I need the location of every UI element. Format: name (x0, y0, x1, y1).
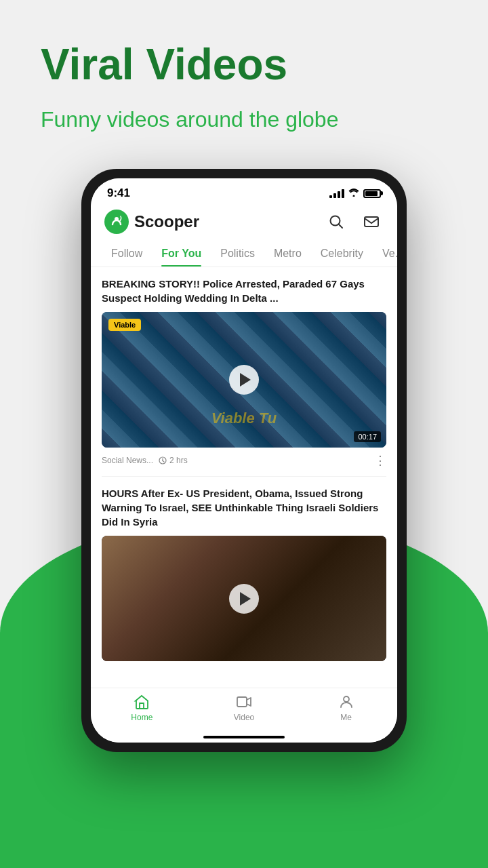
logo-area: Scooper (104, 210, 199, 234)
scooper-logo-icon (104, 210, 129, 234)
nav-home-label: Home (131, 713, 152, 722)
me-icon (338, 694, 354, 710)
search-button[interactable] (324, 210, 348, 234)
content-area: BREAKING STORY!! Police Arrested, Parade… (91, 267, 397, 688)
tab-more[interactable]: Ve... (373, 241, 397, 267)
phone-mockup: 9:41 (0, 169, 488, 752)
header-actions (324, 210, 384, 234)
nav-me-label: Me (340, 713, 352, 722)
video-watermark: Viable Tu (102, 410, 386, 427)
news-item-1: BREAKING STORY!! Police Arrested, Parade… (91, 267, 397, 476)
tab-politics[interactable]: Politics (211, 241, 264, 267)
meta-left: Social News... 2 hrs (102, 456, 188, 465)
nav-video-label: Video (234, 713, 254, 722)
nav-me[interactable]: Me (295, 694, 397, 722)
news-time: 2 hrs (159, 456, 188, 465)
svg-point-0 (104, 210, 129, 234)
hero-subtitle: Funny videos around the globe (41, 104, 447, 135)
status-bar: 9:41 (91, 178, 397, 204)
status-time: 9:41 (107, 186, 130, 200)
more-options-1[interactable]: ⋮ (374, 453, 386, 468)
nav-tabs: Follow For You Politics Metro Celebrity … (91, 241, 397, 267)
news-item-2: HOURS After Ex- US President, Obama, Iss… (91, 477, 397, 667)
svg-rect-4 (365, 217, 378, 226)
news-meta-1: Social News... 2 hrs (102, 448, 386, 471)
nav-video[interactable]: Video (193, 694, 296, 722)
phone-screen: 9:41 (91, 178, 397, 743)
status-icons (329, 189, 381, 199)
home-indicator (203, 736, 285, 738)
video-thumbnail-2[interactable] (102, 536, 386, 661)
video-thumbnail-1[interactable]: Viable Viable Tu 00:17 (102, 312, 386, 448)
phone-frame: 9:41 (81, 169, 407, 752)
app-header: Scooper (91, 204, 397, 241)
home-icon (134, 694, 150, 710)
tab-metro[interactable]: Metro (264, 241, 311, 267)
play-button-2[interactable] (229, 584, 259, 614)
page-wrapper: Viral Videos Funny videos around the glo… (0, 0, 488, 868)
play-triangle-icon (240, 373, 251, 387)
battery-icon (363, 189, 381, 198)
svg-line-3 (339, 224, 343, 229)
app-name: Scooper (134, 212, 199, 231)
bottom-nav: Home Video (91, 688, 397, 733)
news-source: Social News... (102, 456, 153, 465)
mail-button[interactable] (359, 210, 384, 234)
svg-point-1 (115, 217, 119, 221)
play-triangle-icon-2 (240, 592, 251, 606)
tab-celebrity[interactable]: Celebrity (311, 241, 373, 267)
tab-for-you[interactable]: For You (152, 241, 211, 267)
video-icon (236, 694, 252, 710)
svg-line-7 (163, 461, 164, 462)
video-label: Viable (108, 319, 141, 331)
news-title-2: HOURS After Ex- US President, Obama, Iss… (102, 486, 386, 529)
news-title-1: BREAKING STORY!! Police Arrested, Parade… (102, 277, 386, 305)
tab-follow[interactable]: Follow (102, 241, 152, 267)
svg-rect-8 (237, 697, 247, 707)
hero-title: Viral Videos (41, 41, 447, 88)
svg-point-9 (344, 696, 349, 702)
video-duration: 00:17 (354, 431, 381, 442)
play-button-1[interactable] (229, 365, 259, 395)
wifi-icon (348, 189, 359, 199)
nav-home[interactable]: Home (91, 694, 193, 722)
signal-icon (329, 189, 344, 198)
hero-section: Viral Videos Funny videos around the glo… (0, 0, 488, 155)
